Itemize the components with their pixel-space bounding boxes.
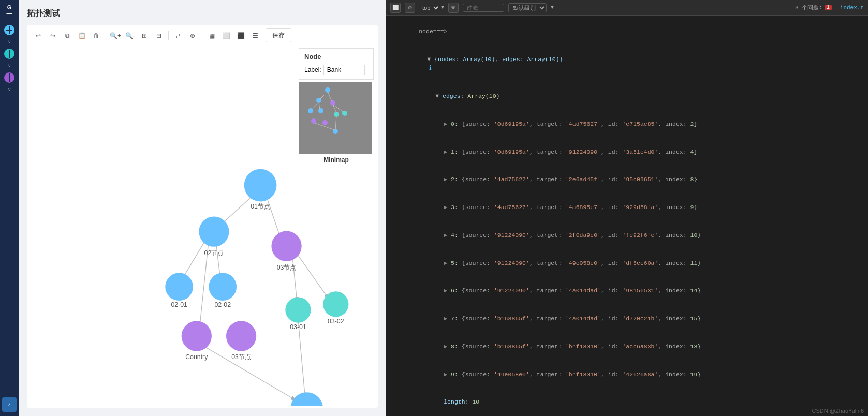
right-panel: Node Label: [299,48,374,178]
sidebar: G— ∨ ∨ ∨ ∧ [0,0,19,416]
sidebar-item-globe1[interactable] [2,23,17,37]
topology-canvas: ↩ ↪ ⧉ 📋 🗑 🔍+ 🔍- ⊞ ⊟ ⇄ ⊕ ▦ ⬜ ⬛ ☰ 保存 [27,25,378,408]
minimap-panel [299,82,372,154]
topology-title: 拓扑测试 [27,8,378,19]
toolbar: ↩ ↪ ⧉ 📋 🗑 🔍+ 🔍- ⊞ ⊟ ⇄ ⊕ ▦ ⬜ ⬛ ☰ 保存 [27,25,378,46]
node-label-input[interactable] [323,65,365,75]
node-0202 [209,273,237,301]
console-line-obj-header: ▼ {nodes: Array(10), edges: Array(10)} ℹ [386,46,868,82]
node-info-panel: Node Label: [299,48,374,80]
svg-line-36 [335,116,336,130]
layout-button[interactable]: ⊟ [153,29,165,42]
filename-link[interactable]: index.t [840,5,864,11]
topology-panel: 拓扑测试 ↩ ↪ ⧉ 📋 🗑 🔍+ 🔍- ⊞ ⊟ ⇄ ⊕ ▦ ⬜ ⬛ [19,0,386,416]
sidebar-item-globe3[interactable] [2,70,17,85]
svg-line-5 [297,254,329,298]
console-edge-3: ▶ 3: {source: '4ad75627', target: '4a689… [386,194,868,221]
svg-point-27 [322,120,328,125]
devtools-no-btn[interactable]: ⊘ [405,3,415,13]
svg-line-1 [266,196,281,239]
paste-button[interactable]: 📋 [76,29,88,42]
zoom-in-button[interactable]: 🔍+ [109,29,122,42]
devtools-screen-btn[interactable]: ⬜ [390,3,401,13]
console-edge-5: ▶ 5: {source: '91224090', target: '49e05… [386,249,868,277]
extra-button[interactable]: ☰ [249,29,261,42]
app-logo: G— [7,4,12,17]
minimap-container: Minimap [299,82,374,164]
node-country [182,321,212,351]
devtools-toolbar: ⬜ ⊘ top ▼ 👁 默认级别 ▼ 3 个问题: 1 index.t [386,0,868,16]
issues-container: 3 个问题: 1 [795,4,832,11]
undo-button[interactable]: ↩ [32,29,45,42]
svg-text:02-01: 02-01 [171,301,187,308]
console-edge-6: ▶ 6: {source: '91224090', target: '4a014… [386,277,868,305]
sidebar-arrow2: ∨ [8,63,11,68]
svg-point-26 [311,118,316,124]
delete-button[interactable]: 🗑 [90,29,102,42]
level-select[interactable]: 默认级别 [508,3,547,12]
svg-line-8 [298,320,305,397]
error-badge: 1 [825,5,832,10]
align-button[interactable]: ⬛ [234,29,247,42]
minimap-title: Minimap [299,156,374,164]
export-button[interactable]: ⬜ [220,29,232,42]
graph-area[interactable]: 01节点 02节点 03节点 02-01 02-02 03-01 [27,46,378,406]
svg-text:02节点: 02节点 [204,249,224,257]
svg-text:02-02: 02-02 [214,301,231,308]
svg-line-4 [292,255,297,302]
svg-text:03节点: 03节点 [277,264,297,271]
svg-text:01节点: 01节点 [251,203,270,210]
svg-line-2 [182,239,207,279]
level-arrow: ▼ [551,5,554,10]
devtools-body[interactable]: node===> ▼ {nodes: Array(10), edges: Arr… [386,16,868,416]
node-03 [271,231,301,261]
toggle-button[interactable]: ⇄ [172,29,184,42]
node-panel-title: Node [304,53,368,61]
sidebar-arrow3: ∨ [8,87,11,92]
zoom-out-button[interactable]: 🔍- [124,29,136,42]
console-line-node-arrow: node===> [386,18,868,46]
filter-input[interactable] [463,4,504,12]
sep2 [168,31,169,40]
svg-text:03-01: 03-01 [290,323,306,331]
console-edge-8: ▶ 8: {source: 'b168865f', target: 'b4f18… [386,333,868,361]
console-edges-length: length: 10 [386,388,868,416]
node-03b [226,321,256,351]
svg-line-30 [328,92,332,101]
node-0201 [165,273,193,301]
svg-text:03-02: 03-02 [328,318,344,325]
console-edge-0: ▶ 0: {source: '0d69195a', target: '4ad75… [386,110,868,138]
more-button[interactable]: ⊕ [186,29,199,42]
console-edge-4: ▶ 4: {source: '91224090', target: '2f0da… [386,221,868,249]
sidebar-arrow1: ∨ [8,39,11,44]
svg-line-31 [312,102,319,110]
copy-button[interactable]: ⧉ [61,29,73,42]
console-edge-1: ▶ 1: {source: '0d69195a', target: '91224… [386,138,868,166]
console-edge-7: ▶ 7: {source: 'b168865f', target: '4a014… [386,305,868,333]
save-button[interactable]: 保存 [266,28,291,42]
main-content: 拓扑测试 ↩ ↪ ⧉ 📋 🗑 🔍+ 🔍- ⊞ ⊟ ⇄ ⊕ ▦ ⬜ ⬛ [19,0,868,416]
grid-button[interactable]: ▦ [205,29,218,42]
console-edges-header: ▼ edges: Array(10) [386,82,868,110]
node-0302 [323,291,348,317]
node-02 [199,217,229,247]
redo-button[interactable]: ↪ [47,29,59,42]
svg-text:Country: Country [185,353,208,361]
svg-line-0 [220,194,255,226]
node-label-row: Label: [304,65,368,75]
console-edge-9: ▶ 9: {source: '49e058e0', target: 'b4f18… [386,360,868,388]
console-edge-2: ▶ 2: {source: '4ad75627', target: '2e6ad… [386,166,868,194]
sep1 [106,31,106,40]
node-0301 [285,297,311,322]
top-arrow: ▼ [441,5,444,10]
minimap-svg [299,82,373,155]
svg-line-32 [319,102,320,110]
top-select[interactable]: top [419,4,440,12]
eye-button[interactable]: 👁 [448,3,459,13]
issues-label: 3 个问题: [795,4,822,11]
sidebar-item-globe2[interactable] [2,47,17,61]
watermark: CSDN @ZhaoYulin6 [812,408,864,414]
devtools-panel: ⬜ ⊘ top ▼ 👁 默认级别 ▼ 3 个问题: 1 index.t [386,0,868,416]
svg-point-23 [318,108,323,113]
fit-button[interactable]: ⊞ [138,29,151,42]
